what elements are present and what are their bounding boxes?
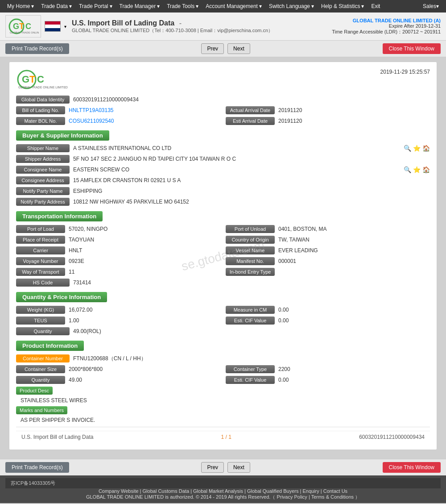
bottom-next-button[interactable]: Next: [227, 462, 250, 473]
transportation-section: Transportation Information: [16, 211, 430, 221]
container-type-label: Container Type: [226, 365, 275, 373]
shipper-address-row: Shipper Address 5F NO 147 SEC 2 JIANGUO …: [16, 155, 430, 163]
nav-help-statistics[interactable]: Help & Statistics ▾: [318, 0, 368, 12]
global-data-row: Global Data Identity 6003201911210000009…: [16, 96, 430, 104]
pagination: 1 / 1: [221, 434, 231, 440]
search-icon[interactable]: 🔍: [404, 166, 411, 173]
manifest-label: Manifest No.: [226, 257, 275, 265]
nav-trade-manager[interactable]: Trade Manager ▾: [116, 0, 164, 12]
nav-trade-tools[interactable]: Trade Tools ▾: [163, 0, 202, 12]
carrier-vessel-row: Carrier HNLT Vessel Name EVER LEADING: [16, 246, 430, 254]
prod-cif-label: Esti. CIF Value: [226, 376, 275, 384]
flag-dropdown-icon[interactable]: ▾: [64, 24, 66, 29]
consignee-actions: 🔍 ⭐ 🏠: [404, 166, 430, 173]
nav-sales[interactable]: Sales▾: [419, 3, 442, 9]
notify-address-row: Notify Party Address 10812 NW HIGHWAY 45…: [16, 198, 430, 206]
company-logo: G T C GLOBAL TRADE ONLINE LIMITED: [5, 15, 41, 37]
origin-label: Country of Origin: [226, 236, 275, 244]
product-desc-value: STAINLESS STEEL WIRES: [21, 397, 430, 404]
marks-header: Marks and Numbers: [16, 406, 67, 414]
prev-button[interactable]: Prev: [201, 43, 224, 54]
star-icon[interactable]: ⭐: [413, 145, 421, 152]
nav-switch-language[interactable]: Switch Language ▾: [265, 0, 318, 12]
home-icon[interactable]: 🏠: [422, 166, 430, 173]
home-icon[interactable]: 🏠: [422, 145, 430, 152]
next-button[interactable]: Next: [227, 43, 250, 54]
bottom-prev-button[interactable]: Prev: [201, 462, 224, 473]
port-load-col: Port of Load 57020, NINGPO: [16, 225, 220, 233]
cif-col: Esti. CIF Value 0.00: [226, 317, 430, 325]
shipper-address-value: 5F NO 147 SEC 2 JIANGUO N RD TAIPEI CITY…: [73, 156, 430, 162]
ldr-info: Time Range Accessible (LDR)：200712 ~ 201…: [332, 29, 441, 35]
main-content: se.gtodata.com G T C GLOBAL TRADE ONLINE…: [0, 57, 446, 459]
hs-code-row: HS Code 731414: [16, 279, 430, 287]
prod-qty-label: Quantity: [16, 376, 65, 384]
measure-col: Measure in CM 0.00: [226, 306, 430, 314]
teus-value: 1.00: [69, 317, 220, 324]
nav-exit[interactable]: Exit: [368, 0, 384, 12]
notify-address-value: 10812 NW HIGHWAY 45 PARKVILLE MO 64152: [73, 199, 430, 205]
marks-row: AS PER SHIPPER S INVOICE.: [16, 417, 430, 423]
consignee-name-value: EASTERN SCREW CO: [73, 167, 400, 173]
svg-text:T: T: [29, 74, 36, 85]
search-icon[interactable]: 🔍: [404, 145, 411, 152]
vessel-col: Vessel Name EVER LEADING: [226, 246, 430, 254]
nav-trade-data[interactable]: Trade Data ▾: [37, 0, 75, 12]
svg-text:G: G: [13, 22, 19, 31]
transport-value: 11: [69, 269, 220, 275]
bottom-toolbar: Print Trade Record(s) Prev Next Close Th…: [0, 459, 446, 475]
footer-record-id: 6003201911210000009434: [359, 434, 425, 440]
manifest-col: Manifest No. 000001: [226, 257, 430, 265]
notify-name-row: Notify Party Name ESHIPPING: [16, 187, 430, 195]
svg-text:GLOBAL TRADE ONLINE LIMITED: GLOBAL TRADE ONLINE LIMITED: [10, 31, 39, 34]
nav-account-management[interactable]: Account Management ▾: [202, 0, 265, 12]
port-row: Port of Load 57020, NINGPO Port of Unloa…: [16, 225, 430, 233]
container-size-type-row: Container Size 2000*806*800 Container Ty…: [16, 365, 430, 373]
marks-header-row: Marks and Numbers: [16, 406, 430, 414]
esti-arrival-value: 20191120: [278, 118, 430, 124]
origin-col: Country of Origin TW, TAIWAN: [226, 236, 430, 244]
container-num-label: Container Number: [16, 354, 70, 362]
prod-qty-value: 49.00: [69, 377, 220, 383]
nav-trade-portal[interactable]: Trade Portal ▾: [75, 0, 116, 12]
top-nav: My Home ▾ Trade Data ▾ Trade Portal ▾ Tr…: [0, 0, 446, 12]
chevron-down-icon: ▾: [69, 0, 72, 12]
prod-qty-cif-row: Quantity 49.00 Esti. CIF Value 0.00: [16, 376, 430, 384]
master-bol-value: COSU6211092540: [69, 118, 220, 124]
record-card: se.gtodata.com G T C GLOBAL TRADE ONLINE…: [9, 62, 437, 450]
qp-quantity-label: Quantity: [16, 327, 70, 335]
measure-label: Measure in CM: [226, 306, 275, 314]
card-timestamp: 2019-11-29 15:25:57: [380, 69, 430, 75]
receipt-label: Place of Receipt: [16, 236, 65, 244]
shipper-actions: 🔍 ⭐ 🏠: [404, 145, 430, 152]
container-num-value: FTNU1200688（CN / L / HH）: [73, 355, 430, 362]
voyage-manifest-row: Voyage Number 0923E Manifest No. 000001: [16, 257, 430, 265]
nav-my-home[interactable]: My Home ▾: [4, 0, 37, 12]
star-icon[interactable]: ⭐: [413, 166, 421, 173]
prod-qty-col: Quantity 49.00: [16, 376, 220, 384]
buyer-supplier-title: Buyer & Supplier Information: [16, 130, 109, 141]
shipper-name-row: Shipper Name A STAINLESS INTERNATIONAL C…: [16, 144, 430, 152]
container-type-value: 2200: [278, 366, 430, 372]
chevron-down-icon: ▾: [311, 0, 314, 12]
print-button[interactable]: Print Trade Record(s): [5, 43, 69, 54]
bottom-print-button[interactable]: Print Trade Record(s): [5, 462, 69, 473]
actual-arrival-value: 20191120: [278, 107, 430, 113]
bottom-close-button[interactable]: Close This Window: [383, 462, 441, 473]
quantity-price-title: Quantity & Price Information: [16, 292, 107, 302]
chevron-down-icon: ▾: [196, 0, 198, 12]
chevron-down-icon: ▾: [31, 0, 34, 12]
vessel-value: EVER LEADING: [278, 247, 430, 254]
teus-label: TEUS: [16, 317, 65, 325]
measure-value: 0.00: [278, 307, 430, 313]
consignee-address-label: Consignee Address: [16, 176, 70, 184]
close-button[interactable]: Close This Window: [383, 43, 441, 54]
global-data-label: Global Data Identity: [16, 96, 70, 104]
top-company-name: GLOBAL TRADE ONLINE LIMITED (A): [332, 18, 441, 23]
notify-address-label: Notify Party Address: [16, 198, 70, 206]
container-size-label: Container Size: [16, 365, 65, 373]
hs-code-label: HS Code: [16, 279, 70, 287]
weight-value: 16,072.00: [69, 307, 220, 313]
carrier-col: Carrier HNLT: [16, 246, 220, 254]
consignee-address-value: 15 AMFLEX DR CRANSTON RI 02921 U S A: [73, 177, 430, 183]
